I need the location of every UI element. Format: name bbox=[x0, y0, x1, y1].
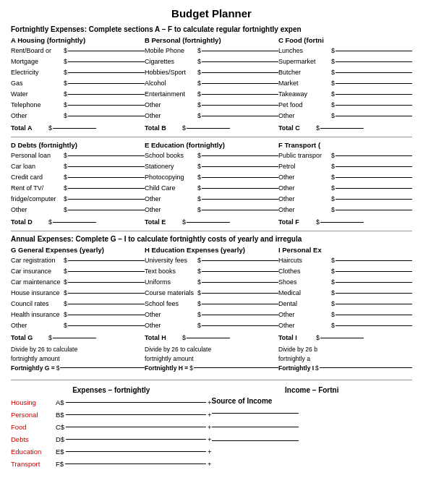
list-item: House insurance$ bbox=[11, 288, 145, 298]
list-item: Other$ bbox=[278, 183, 412, 193]
list-item: Clothes$ bbox=[278, 266, 412, 276]
list-item: Child Care$ bbox=[145, 183, 278, 193]
list-item: Mortgage$ bbox=[11, 56, 145, 67]
section-g: G General Expenses (yearly) Car registra… bbox=[11, 246, 145, 372]
section-e: E Education (fortnightly) School books$ … bbox=[145, 141, 278, 227]
list-item: Text books$ bbox=[145, 266, 278, 276]
source-of-income-label: Source of Income bbox=[212, 397, 413, 405]
section-h-calc: Divide by 26 to calculate fortnightly am… bbox=[145, 344, 278, 372]
expenses-fortnightly-title: Expenses – fortnightly bbox=[11, 386, 212, 394]
income-fortnightly-title: Income – Fortni bbox=[212, 386, 413, 394]
list-item: Personal loan$ bbox=[11, 150, 145, 161]
list-item: Telephone$ bbox=[11, 100, 145, 110]
section-b-total: Total B $ bbox=[145, 123, 278, 133]
list-item: Rent of TV/$ bbox=[11, 183, 145, 193]
section-f-total: Total F $ bbox=[278, 217, 412, 227]
list-item: University fees$ bbox=[145, 255, 278, 265]
expense-personal-row: Personal B$ + bbox=[11, 409, 212, 420]
list-item: Lunches$ bbox=[278, 46, 412, 56]
section-c: C Food (fortni Lunches$ Supermarket$ But… bbox=[278, 36, 412, 133]
list-item: Supermarket$ bbox=[278, 56, 412, 67]
section-b-label: B Personal (fortnightly) bbox=[145, 36, 278, 44]
list-item: Stationery$ bbox=[145, 161, 278, 171]
list-item: Pet food$ bbox=[278, 100, 412, 110]
list-item: Uniforms$ bbox=[145, 277, 278, 287]
list-item: Medical$ bbox=[278, 288, 412, 298]
list-item: Market$ bbox=[278, 78, 412, 88]
expense-education-row: Education E$ + bbox=[11, 446, 212, 457]
list-item: Car loan$ bbox=[11, 161, 145, 171]
section-h-total: Total H $ bbox=[145, 333, 278, 343]
list-item: Public transpor$ bbox=[278, 150, 412, 161]
section-i: I Personal Ex Haircuts$ Clothes$ Shoes$ … bbox=[278, 246, 412, 372]
section-d: D Debts (fortnightly) Personal loan$ Car… bbox=[11, 141, 145, 227]
list-item: Other$ bbox=[145, 111, 278, 121]
list-item: School books$ bbox=[145, 150, 278, 161]
list-item: Car maintenance$ bbox=[11, 277, 145, 287]
list-item: Other$ bbox=[11, 205, 145, 215]
list-item: Rent/Board or$ bbox=[11, 46, 145, 56]
fortnightly-header: Fortnightly Expenses: Complete sections … bbox=[11, 25, 412, 33]
section-a-total: Total A $ bbox=[11, 123, 145, 133]
list-item: Dental$ bbox=[278, 299, 412, 309]
list-item: Photocopying$ bbox=[145, 172, 278, 182]
section-i-label: I Personal Ex bbox=[278, 246, 412, 254]
list-item: Other$ bbox=[278, 309, 412, 320]
expenses-fortnightly-section: Expenses – fortnightly Housing A$ + Pers… bbox=[11, 386, 212, 471]
income-line-3 bbox=[212, 435, 413, 446]
section-h: H Education Expenses (yearly) University… bbox=[145, 246, 278, 372]
section-d-total: Total D $ bbox=[11, 217, 145, 227]
list-item: Entertainment$ bbox=[145, 89, 278, 99]
section-a-label: A Housing (fortnightly) bbox=[11, 36, 145, 44]
section-e-label: E Education (fortnightly) bbox=[145, 141, 278, 149]
list-item: Health insurance$ bbox=[11, 309, 145, 320]
annual-header: Annual Expenses: Complete G – I to calcu… bbox=[11, 235, 412, 243]
section-d-label: D Debts (fortnightly) bbox=[11, 141, 145, 149]
list-item: Shoes$ bbox=[278, 277, 412, 287]
list-item: Gas$ bbox=[11, 78, 145, 88]
income-line-1 bbox=[212, 408, 413, 419]
list-item: Other$ bbox=[145, 320, 278, 330]
list-item: Water$ bbox=[11, 89, 145, 99]
list-item: Haircuts$ bbox=[278, 255, 412, 265]
list-item: Hobbies/Sport$ bbox=[145, 67, 278, 77]
section-b: B Personal (fortnightly) Mobile Phone$ C… bbox=[145, 36, 278, 133]
list-item: Credit card$ bbox=[11, 172, 145, 182]
list-item: Course materials$ bbox=[145, 288, 278, 298]
expense-housing-row: Housing A$ + bbox=[11, 397, 212, 408]
list-item: Car registration$ bbox=[11, 255, 145, 265]
list-item: Other$ bbox=[145, 205, 278, 215]
income-line-2 bbox=[212, 422, 413, 432]
list-item: Other$ bbox=[278, 320, 412, 330]
list-item: Alcohol$ bbox=[145, 78, 278, 88]
list-item: Other$ bbox=[278, 172, 412, 182]
list-item: Cigarettes$ bbox=[145, 56, 278, 67]
list-item: Other$ bbox=[11, 320, 145, 330]
list-item: Council rates$ bbox=[11, 299, 145, 309]
list-item: Other$ bbox=[145, 194, 278, 204]
list-item: Other$ bbox=[11, 111, 145, 121]
list-item: School fees$ bbox=[145, 299, 278, 309]
list-item: Takeaway$ bbox=[278, 89, 412, 99]
section-f: F Transport ( Public transpor$ Petrol$ O… bbox=[278, 141, 412, 227]
list-item: Butcher$ bbox=[278, 67, 412, 77]
section-e-total: Total E $ bbox=[145, 217, 278, 227]
section-h-label: H Education Expenses (yearly) bbox=[145, 246, 278, 254]
list-item: Car insurance$ bbox=[11, 266, 145, 276]
section-c-total: Total C $ bbox=[278, 123, 412, 133]
expense-transport-row: Transport F$ + bbox=[11, 458, 212, 469]
list-item: Mobile Phone$ bbox=[145, 46, 278, 56]
section-a: A Housing (fortnightly) Rent/Board or$ M… bbox=[11, 36, 145, 133]
section-f-label: F Transport ( bbox=[278, 141, 412, 149]
list-item: fridge/computer$ bbox=[11, 194, 145, 204]
section-c-label: C Food (fortni bbox=[278, 36, 412, 44]
list-item: Other$ bbox=[145, 309, 278, 320]
list-item: Other$ bbox=[278, 111, 412, 121]
section-i-calc: Divide by 26 b fortnightly a Fortnightly… bbox=[278, 344, 412, 372]
section-g-total: Total G $ bbox=[11, 333, 145, 343]
list-item: Other$ bbox=[278, 194, 412, 204]
section-g-calc: Divide by 26 to calculate fortnightly am… bbox=[11, 344, 145, 372]
section-i-total: Total I $ bbox=[278, 333, 412, 343]
section-g-label: G General Expenses (yearly) bbox=[11, 246, 145, 254]
list-item: Petrol$ bbox=[278, 161, 412, 171]
